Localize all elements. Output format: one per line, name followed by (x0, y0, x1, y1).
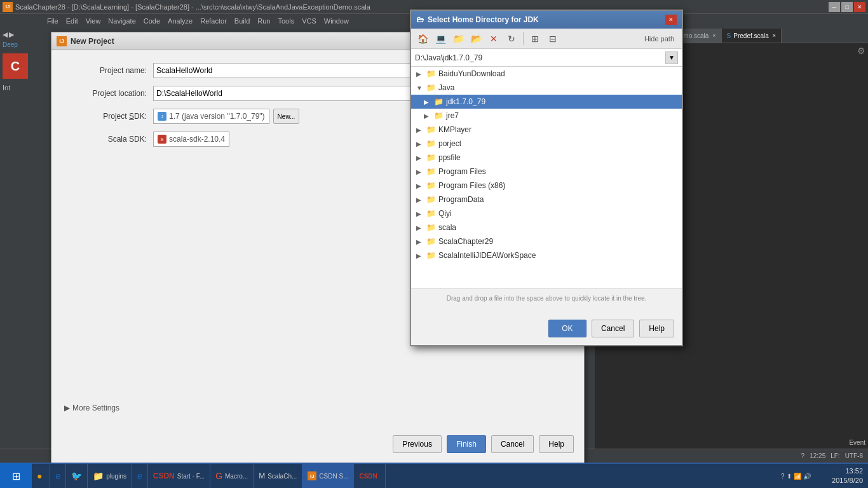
tab-predef[interactable]: S Predef.scala × (722, 29, 782, 43)
folder-icon-programdata: 📁 (426, 195, 436, 204)
folder-icon-scala: 📁 (426, 223, 436, 232)
menu-tools[interactable]: Tools (278, 17, 294, 25)
tree-item-scala-intellij[interactable]: ▶ 📁 ScalaIntelliJIDEAWorkSpace (411, 248, 682, 262)
jdk-help-button[interactable]: Help (639, 320, 674, 337)
menu-file[interactable]: File (47, 17, 58, 25)
taskbar-item-folder[interactable]: 📁 plugins (88, 464, 132, 488)
tree-item-baidu[interactable]: ▶ 📁 BaiduYunDownload (411, 67, 682, 81)
tab-predef-close[interactable]: × (773, 32, 776, 39)
tab-exception-close[interactable]: × (712, 32, 715, 39)
previous-button[interactable]: Previous (393, 435, 442, 453)
taskbar-item-bird[interactable]: 🐦 (66, 464, 88, 488)
jdk-path-browse-icon[interactable]: ▼ (665, 51, 678, 64)
new-project-buttons: Previous Finish Cancel Help (393, 435, 574, 453)
tree-arrow-java: ▼ (416, 85, 424, 92)
toolbar-delete-btn[interactable]: ✕ (486, 31, 501, 46)
new-sdk-btn[interactable]: New... (273, 109, 300, 124)
jdk-titlebar: 🗁 Select Home Directory for JDK ✕ (411, 11, 682, 29)
taskbar-item-ie2[interactable]: e (132, 464, 148, 488)
finish-button[interactable]: Finish (447, 435, 486, 453)
tree-arrow-qiyi: ▶ (416, 210, 424, 217)
jdk-cancel-button[interactable]: Cancel (592, 320, 634, 337)
menu-refactor[interactable]: Refactor (200, 17, 227, 25)
jdk-hint-text: Drag and drop a file into the space abov… (411, 289, 682, 307)
tree-item-program-files-x86[interactable]: ▶ 📁 Program Files (x86) (411, 179, 682, 193)
project-sdk-text: 1.7 (java version "1.7.0_79") (169, 112, 265, 121)
tab-predef-icon: S (727, 32, 731, 39)
tree-item-kmplayer[interactable]: ▶ 📁 KMPlayer (411, 123, 682, 137)
tree-item-porject[interactable]: ▶ 📁 porject (411, 137, 682, 151)
tree-label-jre7: jre7 (446, 111, 459, 120)
macro-label: ScalaCh... (268, 473, 297, 480)
jdk-ok-button[interactable]: OK (548, 320, 587, 337)
tray-help: ? (781, 473, 785, 480)
taskbar-item-ie[interactable]: e (50, 464, 66, 488)
taskbar-item-intellij[interactable]: IJ CSDN S... (302, 464, 354, 488)
menu-build[interactable]: Build (234, 17, 250, 25)
taskbar-item-csdn[interactable]: CSDN Start - F... (148, 464, 210, 488)
jdk-file-tree[interactable]: ▶ 📁 BaiduYunDownload ▼ 📁 Java ▶ 📁 jdk1.7… (411, 67, 682, 289)
toolbar-folder-btn[interactable]: 📁 (451, 31, 466, 46)
csdn2-icon: CSDN (359, 473, 377, 480)
taskbar-item-macro[interactable]: M ScalaCh... (254, 464, 302, 488)
tree-item-scala[interactable]: ▶ 📁 scala (411, 220, 682, 234)
tree-item-jre7[interactable]: ▶ 📁 jre7 (411, 109, 682, 123)
tree-item-ppsfile[interactable]: ▶ 📁 ppsfile (411, 151, 682, 165)
tree-item-java[interactable]: ▼ 📁 Java (411, 81, 682, 95)
menu-vcs[interactable]: VCS (302, 17, 316, 25)
tree-item-scala-chapter29[interactable]: ▶ 📁 ScalaChapter29 (411, 234, 682, 248)
taskbar-item-git[interactable]: G Macro... (210, 464, 254, 488)
macro-icon: M (259, 471, 265, 480)
menu-run[interactable]: Run (257, 17, 270, 25)
tree-item-program-files[interactable]: ▶ 📁 Program Files (411, 165, 682, 179)
tree-item-qiyi[interactable]: ▶ 📁 Qiyi (411, 207, 682, 220)
ide-nav-back[interactable]: ◀▶ (3, 30, 42, 39)
toolbar-home-btn[interactable]: 🏠 (415, 31, 430, 46)
more-settings-arrow: ▶ (64, 403, 70, 412)
jdk-close-btn[interactable]: ✕ (665, 15, 677, 25)
more-settings-label: More Settings (72, 403, 119, 412)
git-label: Macro... (225, 473, 248, 480)
help-icon: ? (801, 452, 805, 459)
new-project-title-text: New Project (71, 37, 114, 46)
start-button[interactable]: ⊞ (0, 463, 32, 488)
settings-gear-icon[interactable]: ⚙ (857, 46, 865, 56)
folder-icon-porject: 📁 (426, 139, 436, 148)
tree-arrow-baidu: ▶ (416, 71, 424, 78)
folder-icon-baidu: 📁 (426, 69, 436, 78)
menu-window[interactable]: Window (324, 17, 349, 25)
menu-edit[interactable]: Edit (66, 17, 78, 25)
new-project-icon: IJ (57, 36, 67, 46)
ide-title-text: ScalaChapter28 - [D:\ScalaLearning] - [S… (15, 3, 370, 11)
tree-item-programdata[interactable]: ▶ 📁 ProgramData (411, 193, 682, 207)
toolbar-computer-btn[interactable]: 💻 (433, 31, 448, 46)
taskbar-item-csdn2[interactable]: CSDN (354, 464, 385, 488)
tree-arrow-jdk: ▶ (424, 98, 431, 105)
toolbar-collapse-btn[interactable]: ⊟ (545, 31, 560, 46)
hide-path-button[interactable]: Hide path (641, 34, 678, 44)
toolbar-expand-btn[interactable]: ⊞ (527, 31, 543, 46)
ide-close-btn[interactable]: ✕ (854, 2, 865, 12)
menu-navigate[interactable]: Navigate (108, 17, 135, 25)
tree-arrow-ppsfile: ▶ (416, 154, 424, 161)
help-button[interactable]: Help (539, 435, 574, 453)
menu-code[interactable]: Code (144, 17, 160, 25)
ide-maximize-btn[interactable]: □ (841, 2, 853, 12)
toolbar-separator (523, 32, 524, 45)
cancel-button[interactable]: Cancel (491, 435, 534, 453)
more-settings-toggle[interactable]: ▶ More Settings (64, 403, 119, 412)
menu-analyze[interactable]: Analyze (168, 17, 193, 25)
menu-view[interactable]: View (86, 17, 101, 25)
ide-minimize-btn[interactable]: ─ (829, 2, 840, 12)
folder-icon-jre7: 📁 (434, 111, 444, 120)
scala-sdk-label: Scala SDK: (64, 135, 153, 144)
statusbar-right: ? 12:25 LF: UTF-8 (801, 452, 863, 459)
tree-arrow-kmplayer: ▶ (416, 126, 424, 133)
taskbar-item-chrome[interactable]: ● (32, 464, 50, 488)
toolbar-new-folder-btn[interactable]: 📂 (468, 31, 484, 46)
tree-item-jdk[interactable]: ▶ 📁 jdk1.7.0_79 (411, 95, 682, 109)
jdk-toolbar: 🏠 💻 📁 📂 ✕ ↻ ⊞ ⊟ Hide path (411, 29, 682, 49)
tree-label-programdata: ProgramData (438, 195, 484, 204)
toolbar-refresh-btn[interactable]: ↻ (504, 31, 519, 46)
jdk-path-input[interactable] (415, 53, 665, 62)
